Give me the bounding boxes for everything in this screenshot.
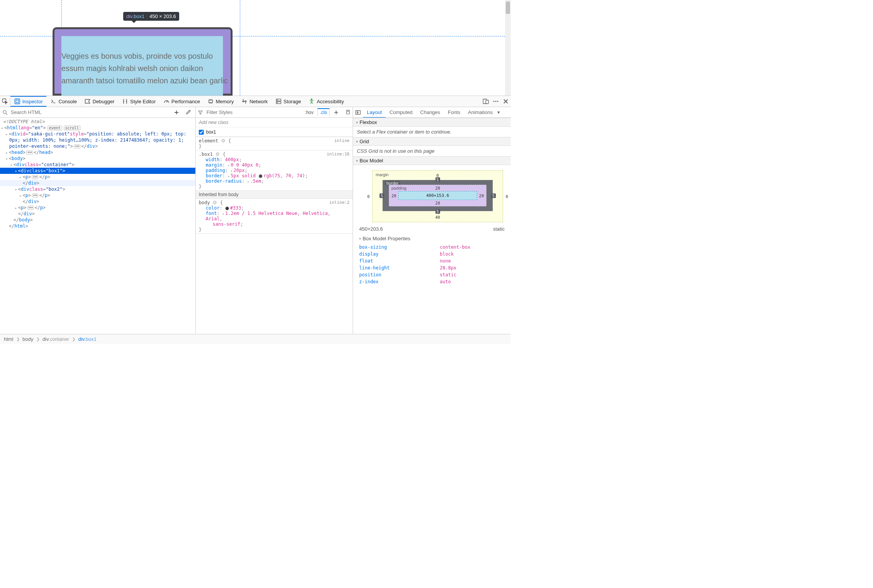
svg-point-12 <box>495 101 497 102</box>
filter-styles-input[interactable] <box>204 109 301 116</box>
inspected-paragraph: Veggies es bonus vobis, proinde vos post… <box>61 50 232 87</box>
cls-toggle[interactable]: .cls <box>317 108 330 116</box>
breadcrumb-body[interactable]: body <box>23 336 33 342</box>
boxmodel-section-header[interactable]: ▾Box Model <box>353 156 511 165</box>
chevron-down-icon[interactable]: ▾ <box>497 109 501 115</box>
layout-tab-changes[interactable]: Changes <box>416 107 444 117</box>
tab-memory[interactable]: Memory <box>204 96 238 107</box>
memory-icon <box>208 98 214 104</box>
search-icon <box>2 110 8 115</box>
svg-point-7 <box>277 102 277 103</box>
svg-rect-1 <box>15 99 20 104</box>
tab-performance[interactable]: Performance <box>160 96 204 107</box>
page-viewport: Veggies es bonus vobis, proinde vos post… <box>0 0 511 96</box>
color-swatch[interactable] <box>259 174 262 178</box>
svg-point-11 <box>493 101 495 102</box>
storage-icon <box>276 98 282 104</box>
close-devtools-button[interactable] <box>501 96 511 106</box>
pick-element-button[interactable] <box>0 96 10 106</box>
svg-point-13 <box>497 101 498 102</box>
svg-point-6 <box>277 100 277 100</box>
box-model-properties-header[interactable]: ▾Box Model Properties <box>353 233 511 244</box>
tab-inspector[interactable]: Inspector <box>10 96 46 107</box>
svg-point-14 <box>3 111 6 114</box>
box-model-content[interactable]: 400×153.6 <box>398 191 477 200</box>
svg-rect-2 <box>16 100 19 103</box>
devtools-toolbar: Inspector Console Debugger Style Editor … <box>0 96 511 107</box>
breadcrumb-html[interactable]: html <box>4 336 13 342</box>
copy-styles-button[interactable] <box>343 107 353 117</box>
tab-network[interactable]: Network <box>238 96 272 107</box>
box-model-property-row[interactable]: displayblock <box>353 251 511 258</box>
hov-toggle[interactable]: :hov <box>302 109 316 116</box>
layout-toggle-pane-button[interactable] <box>353 107 363 117</box>
accessibility-icon <box>309 98 315 104</box>
flex-highlight-icon[interactable]: ⯐ <box>221 138 226 144</box>
filter-icon <box>196 110 203 115</box>
svg-rect-16 <box>356 111 360 114</box>
console-icon <box>50 98 56 104</box>
add-rule-button[interactable] <box>331 107 341 117</box>
breadcrumb-box1[interactable]: div.box1 <box>78 336 96 342</box>
eyedropper-button[interactable] <box>183 107 193 117</box>
more-options-button[interactable] <box>491 96 501 106</box>
layout-tab-layout[interactable]: Layout <box>363 107 386 118</box>
guide-line <box>240 0 240 96</box>
tab-accessibility[interactable]: Accessibility <box>305 96 348 107</box>
tab-storage[interactable]: Storage <box>272 96 305 107</box>
color-swatch[interactable] <box>225 206 229 210</box>
tab-debugger[interactable]: Debugger <box>81 96 118 107</box>
responsive-mode-button[interactable] <box>481 96 491 106</box>
tab-console[interactable]: Console <box>46 96 81 107</box>
flexbox-section-header[interactable]: ▾Flexbox <box>353 118 511 127</box>
dom-tree[interactable]: <!DOCTYPE html> <html lang="en">eventscr… <box>0 118 195 334</box>
tab-style-editor[interactable]: Style Editor <box>118 96 159 107</box>
box-model-property-row[interactable]: floatnone <box>353 258 511 264</box>
svg-point-8 <box>311 99 312 100</box>
layout-tab-computed[interactable]: Computed <box>386 107 416 117</box>
selected-dom-node[interactable]: <div class="box1"> <box>0 168 195 174</box>
element-info-tooltip: div.box1 450 × 203.6 <box>123 12 179 21</box>
add-node-button[interactable] <box>172 107 182 117</box>
box-model-position: static <box>493 226 505 232</box>
debugger-icon <box>84 98 91 104</box>
box-model-diagram[interactable]: margin 0 40 0 0 border 5 5 5 5 padding <box>353 165 511 225</box>
box-model-property-row[interactable]: box-sizingcontent-box <box>353 244 511 251</box>
flexbox-empty-message: Select a Flex container or item to conti… <box>353 127 511 137</box>
network-icon <box>241 98 248 104</box>
layout-tab-fonts[interactable]: Fonts <box>444 107 464 117</box>
performance-icon <box>163 98 170 104</box>
box-model-property-row[interactable]: z-indexauto <box>353 278 511 285</box>
viewport-scrollbar[interactable] <box>505 0 511 96</box>
inherited-from-header: Inherited from body <box>196 191 353 199</box>
layout-tab-animations[interactable]: Animations <box>464 107 497 117</box>
svg-rect-10 <box>486 100 488 104</box>
breadcrumb-bar: html ❯ body ❯ div.container ❯ div.box1 <box>0 334 511 344</box>
layout-panel: Layout Computed Changes Fonts Animations… <box>353 107 511 334</box>
breadcrumb-container[interactable]: div.container <box>43 336 69 342</box>
search-html-input[interactable] <box>9 109 170 116</box>
class-checkbox[interactable] <box>199 130 204 135</box>
styles-panel: :hov .cls Add new class box1 element ⯐ { <box>196 107 353 334</box>
box-model-property-row[interactable]: line-height28.8px <box>353 264 511 271</box>
box-model-size: 450×203.6 <box>359 226 383 232</box>
svg-rect-3 <box>209 100 213 102</box>
class-checkbox-box1[interactable]: box1 <box>196 127 353 137</box>
add-class-input[interactable]: Add new class <box>196 118 353 127</box>
grid-section-header[interactable]: ▾Grid <box>353 137 511 146</box>
style-editor-icon <box>122 98 128 104</box>
scrollbar-thumb[interactable] <box>506 2 510 14</box>
dom-panel: <!DOCTYPE html> <html lang="en">eventscr… <box>0 107 196 334</box>
inspector-icon <box>14 98 20 104</box>
grid-empty-message: CSS Grid is not in use on this page <box>353 146 511 156</box>
box-model-property-row[interactable]: positionstatic <box>353 271 511 278</box>
